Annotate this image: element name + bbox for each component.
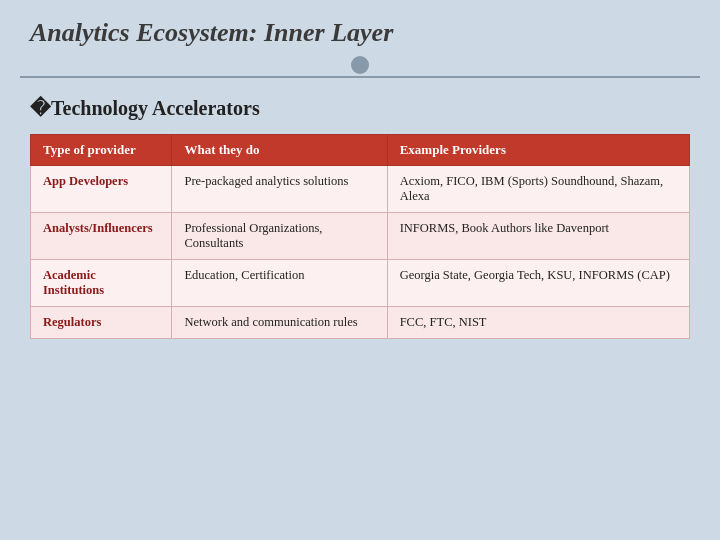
row-type: Academic Institutions (31, 260, 172, 307)
col-header-what: What they do (172, 135, 387, 166)
row-what: Pre-packaged analytics solutions (172, 166, 387, 213)
row-what: Education, Certification (172, 260, 387, 307)
table-row: App Developers Pre-packaged analytics so… (31, 166, 690, 213)
table-row: Analysts/Influencers Professional Organi… (31, 213, 690, 260)
row-type: Analysts/Influencers (31, 213, 172, 260)
table-row: Academic Institutions Education, Certifi… (31, 260, 690, 307)
row-type: Regulators (31, 307, 172, 339)
row-what: Professional Organizations, Consultants (172, 213, 387, 260)
col-header-examples: Example Providers (387, 135, 689, 166)
slide-title: Analytics Ecosystem: Inner Layer (30, 18, 690, 48)
slide: Analytics Ecosystem: Inner Layer �Techno… (0, 0, 720, 540)
header-row: Type of provider What they do Example Pr… (31, 135, 690, 166)
section-header: �Technology Accelerators (30, 96, 690, 120)
table-header: Type of provider What they do Example Pr… (31, 135, 690, 166)
content-area: �Technology Accelerators Type of provide… (0, 78, 720, 357)
table-row: Regulators Network and communication rul… (31, 307, 690, 339)
row-examples: INFORMS, Book Authors like Davenport (387, 213, 689, 260)
table-body: App Developers Pre-packaged analytics so… (31, 166, 690, 339)
row-what: Network and communication rules (172, 307, 387, 339)
row-examples: Georgia State, Georgia Tech, KSU, INFORM… (387, 260, 689, 307)
row-type: App Developers (31, 166, 172, 213)
row-examples: FCC, FTC, NIST (387, 307, 689, 339)
circle-divider (351, 56, 369, 74)
providers-table: Type of provider What they do Example Pr… (30, 134, 690, 339)
row-examples: Acxiom, FICO, IBM (Sports) Soundhound, S… (387, 166, 689, 213)
title-bar: Analytics Ecosystem: Inner Layer (0, 0, 720, 58)
col-header-type: Type of provider (31, 135, 172, 166)
